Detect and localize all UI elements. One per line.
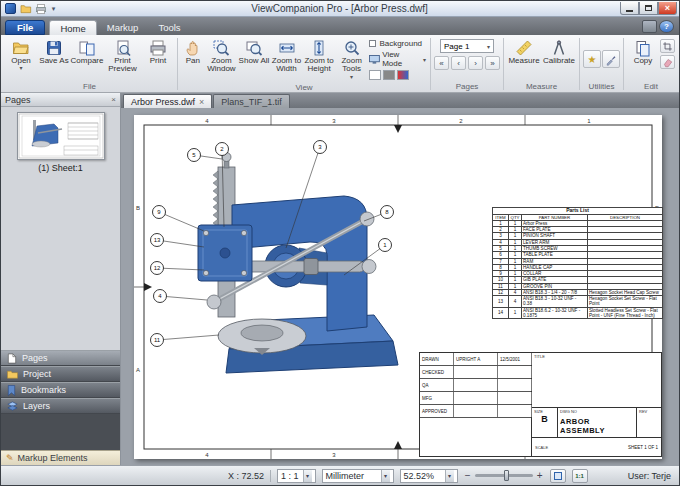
zoom-width-icon <box>278 38 296 57</box>
style-button[interactable] <box>642 20 657 33</box>
open-button[interactable]: Open ▾ <box>5 37 37 79</box>
show-all-button[interactable]: Show All <box>238 37 270 79</box>
document-tab-arbor-press[interactable]: Arbor Press.dwf × <box>123 94 212 108</box>
qat-dropdown-icon[interactable]: ▾ <box>49 2 58 15</box>
scale-label: SCALE <box>535 445 548 450</box>
previous-page-button[interactable]: ‹ <box>451 56 466 70</box>
calibrate-button[interactable]: Calibrate <box>542 37 576 79</box>
units-dropdown-icon[interactable]: ▾ <box>381 470 390 482</box>
ribbon-group-edit: Copy Edit <box>625 36 677 92</box>
thumbnail-image[interactable] <box>17 112 105 160</box>
first-page-button[interactable]: « <box>434 56 449 70</box>
last-page-button[interactable]: » <box>485 56 500 70</box>
parts-list-column: QTY <box>509 214 522 220</box>
zoom-out-button[interactable]: − <box>464 470 472 481</box>
zoom-window-button[interactable]: Zoom Window <box>206 37 238 79</box>
sidebar-item-pages-label: Pages <box>22 353 48 363</box>
save-icon <box>45 38 63 57</box>
sidebar-item-pages[interactable]: Pages <box>1 350 120 366</box>
arbor-press-drawing <box>198 153 398 374</box>
measure-button[interactable]: Measure <box>507 37 541 79</box>
compare-button-label: Compare <box>71 57 104 65</box>
maximize-button[interactable] <box>639 2 658 15</box>
sidebar-item-bookmarks[interactable]: Bookmarks <box>1 382 120 398</box>
zone-label: 4 <box>205 452 209 458</box>
svg-text:11: 11 <box>154 337 161 343</box>
scale-select[interactable]: 1 : 1 ▾ <box>277 469 316 483</box>
tab-markup[interactable]: Markup <box>97 20 149 35</box>
drawing-canvas[interactable]: 4 3 2 1 4 3 2 1 B A B A <box>121 108 679 465</box>
next-page-button[interactable]: › <box>468 56 483 70</box>
save-as-button[interactable]: Save As <box>38 37 70 79</box>
compare-button[interactable]: Compare <box>71 37 103 79</box>
sidebar-item-project[interactable]: Project <box>1 366 120 382</box>
panel-close-icon[interactable]: × <box>111 95 116 104</box>
sidebar-item-bookmarks-label: Bookmarks <box>21 385 66 395</box>
tab-tools[interactable]: Tools <box>148 20 190 35</box>
zoom-select[interactable]: 52.52% ▾ <box>400 469 458 483</box>
zoom-slider[interactable] <box>475 474 533 477</box>
sidebar-item-layers[interactable]: Layers <box>1 398 120 414</box>
print-button[interactable]: Print <box>142 37 174 79</box>
document-tab-label: Arbor Press.dwf <box>131 97 195 107</box>
background-checkbox[interactable]: Background <box>369 39 426 48</box>
crop-button[interactable] <box>660 39 675 53</box>
scale-dropdown-icon[interactable]: ▾ <box>303 470 312 482</box>
fit-page-button[interactable] <box>550 469 566 483</box>
ribbon-group-label-pages: Pages <box>432 82 502 92</box>
qat-print-button[interactable] <box>34 2 48 15</box>
page-select[interactable]: Page 1 ▾ <box>440 39 494 53</box>
ribbon-group-measure: Measure Calibrate Measure <box>505 36 578 92</box>
show-all-icon <box>245 38 263 57</box>
parts-list-row: 134ANSI B18.3 - 10-32 UNF - 0.38Hexagon … <box>493 296 663 308</box>
zoom-tools-button[interactable]: Zoom Tools ▾ <box>336 37 368 80</box>
tab-home[interactable]: Home <box>49 20 96 35</box>
zoom-to-height-button[interactable]: Zoom to Height <box>303 37 335 79</box>
print-preview-button[interactable]: Print Preview <box>104 37 141 79</box>
view-option-gray-icon[interactable] <box>383 70 395 80</box>
qat-open-button[interactable] <box>19 2 33 15</box>
pan-hand-icon <box>184 38 202 57</box>
copy-button[interactable]: Copy <box>627 37 659 79</box>
symbols-button[interactable]: ★ <box>583 50 601 68</box>
tab-close-icon[interactable]: × <box>199 97 204 107</box>
close-button[interactable]: × <box>658 2 677 15</box>
open-button-label: Open <box>11 57 31 65</box>
markup-elements-tab[interactable]: ✎ Markup Elements <box>1 450 120 465</box>
zoom-slider-thumb[interactable] <box>504 470 509 481</box>
file-tab[interactable]: File <box>5 20 45 35</box>
view-mode-dropdown[interactable]: View Mode ▾ <box>369 50 426 68</box>
actual-size-button[interactable]: 1:1 <box>572 469 588 483</box>
minimize-button[interactable] <box>620 2 639 15</box>
calibrate-button-label: Calibrate <box>543 57 575 65</box>
help-button[interactable]: ? <box>659 20 674 33</box>
title-label: TITLE <box>534 354 545 359</box>
monitor-icon <box>369 55 380 64</box>
zone-label: B <box>136 205 140 211</box>
zoom-to-width-button[interactable]: Zoom to Width <box>271 37 303 79</box>
title-bar: ▾ ViewCompanion Pro - [Arbor Press.dwf] … <box>1 1 679 17</box>
view-option-color-icon[interactable] <box>397 70 409 80</box>
page-select-value: Page 1 <box>444 42 469 51</box>
title-block-row: DRAWNUPRIGHT A12/5/2001 <box>420 353 531 366</box>
star-icon: ★ <box>588 54 597 65</box>
document-tab-plans[interactable]: Plans_TIF_1.tif <box>213 94 290 108</box>
pan-button[interactable]: Pan <box>181 37 205 79</box>
page-thumbnail[interactable]: (1) Sheet:1 <box>1 107 120 175</box>
units-select[interactable]: Millimeter ▾ <box>322 469 394 483</box>
ribbon-group-pages: Page 1 ▾ « ‹ › » Pages <box>432 36 502 92</box>
show-all-button-label: Show All <box>239 57 270 65</box>
drawing-title: ARBOR ASSEMBLY <box>560 417 634 435</box>
sidebar-item-layers-label: Layers <box>23 401 50 411</box>
view-option-white-icon[interactable] <box>369 70 381 80</box>
print-preview-icon <box>114 38 132 57</box>
pages-panel-title: Pages <box>5 95 31 105</box>
zoom-in-button[interactable]: + <box>536 470 544 481</box>
open-dropdown-icon: ▾ <box>19 65 22 71</box>
pick-color-button[interactable] <box>602 50 620 68</box>
title-block-rows: DRAWNUPRIGHT A12/5/2001CHECKEDQAMFGAPPRO… <box>420 353 532 456</box>
erase-button[interactable] <box>660 55 675 69</box>
drawing-sheet[interactable]: 4 3 2 1 4 3 2 1 B A B A <box>134 115 662 459</box>
save-as-button-label: Save As <box>39 57 68 65</box>
zoom-dropdown-icon[interactable]: ▾ <box>445 470 454 482</box>
